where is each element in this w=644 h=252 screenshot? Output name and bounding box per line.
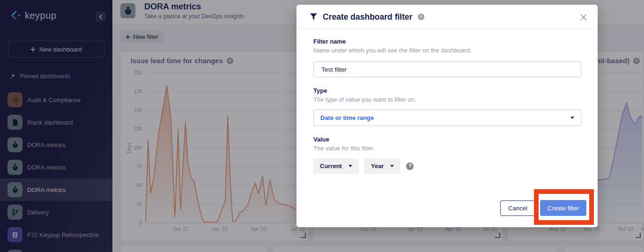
cancel-button[interactable]: Cancel xyxy=(500,200,535,216)
value-help-icon[interactable] xyxy=(406,163,414,170)
modal-body: Filter name Name under which you will se… xyxy=(296,30,598,174)
filter-funnel-icon xyxy=(310,13,318,21)
type-label: Type xyxy=(313,87,581,94)
filter-name-input[interactable] xyxy=(313,61,581,77)
close-icon xyxy=(580,14,587,21)
chevron-down-icon xyxy=(570,117,574,119)
type-select[interactable]: Date or time range xyxy=(313,110,581,126)
filter-name-help: Name under which you will see the filter… xyxy=(313,47,581,54)
value-unit-selected: Year xyxy=(371,163,384,170)
modal-footer: Cancel Create filter xyxy=(500,200,586,216)
modal-title: Create dashboard filter xyxy=(323,12,413,22)
value-period-selected: Current xyxy=(320,163,342,170)
create-filter-button[interactable]: Create filter xyxy=(540,200,586,216)
filter-name-label: Filter name xyxy=(313,38,581,45)
chevron-down-icon xyxy=(348,165,352,167)
value-label: Value xyxy=(313,136,581,143)
modal-help-icon[interactable] xyxy=(418,14,424,20)
value-unit-select[interactable]: Year xyxy=(364,158,400,174)
value-period-select[interactable]: Current xyxy=(313,158,359,174)
type-help: The type of value you want to filter on. xyxy=(313,96,581,103)
create-dashboard-filter-modal: Create dashboard filter Filter name Name… xyxy=(296,5,598,227)
app-window: keypup New dashboard Pinned dashboards A… xyxy=(0,0,644,252)
value-help: The value for this filter. xyxy=(313,145,581,152)
type-select-value: Date or time range xyxy=(320,114,374,121)
modal-close-button[interactable] xyxy=(580,14,587,21)
modal-header: Create dashboard filter xyxy=(296,5,598,30)
chevron-down-icon xyxy=(390,165,394,167)
